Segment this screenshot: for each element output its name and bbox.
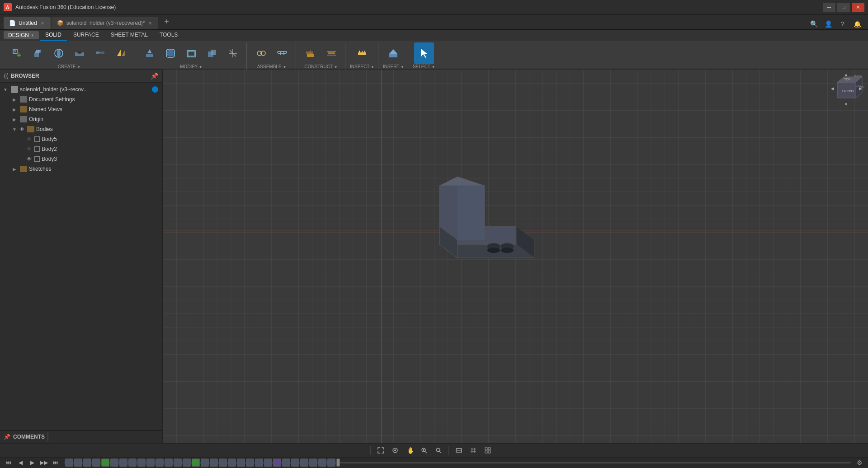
collapse-browser-icon[interactable]: ⟨⟨ — [4, 72, 8, 80]
display-settings-button[interactable] — [453, 445, 465, 456]
timeline-step-5[interactable] — [101, 459, 109, 467]
press-pull-button[interactable] — [140, 42, 160, 64]
timeline-step-14[interactable] — [183, 459, 191, 467]
timeline-step-3[interactable] — [83, 459, 91, 467]
expand-sketches[interactable]: ▶ — [11, 165, 18, 173]
timeline-step-25[interactable] — [282, 459, 290, 467]
eye-body3[interactable]: 👁 — [25, 155, 33, 163]
shell-button[interactable] — [181, 42, 201, 64]
zoom-button[interactable] — [418, 445, 430, 456]
timeline-step-11[interactable] — [156, 459, 164, 467]
eye-body5[interactable]: 👁 — [25, 136, 33, 143]
timeline-step-27[interactable] — [300, 459, 308, 467]
tree-expand-root[interactable]: ▼ — [2, 86, 9, 93]
timeline-track[interactable] — [64, 462, 851, 463]
timeline-step-15[interactable] — [192, 459, 200, 467]
timeline-step-20[interactable] — [237, 459, 245, 467]
timeline-prev-button[interactable]: ◀ — [15, 458, 25, 467]
viewports-button[interactable] — [481, 445, 494, 456]
insert-button[interactable] — [383, 42, 403, 64]
revolve-button[interactable] — [49, 42, 69, 64]
timeline-last-button[interactable]: ⏭ — [51, 458, 61, 467]
mirror-button[interactable] — [111, 42, 131, 64]
tree-item-sketches[interactable]: ▶ Sketches — [0, 164, 162, 174]
timeline-step-18[interactable] — [219, 459, 227, 467]
offset-plane-button[interactable] — [301, 42, 321, 64]
motion-link-button[interactable] — [272, 42, 292, 64]
new-tab-button[interactable]: + — [161, 17, 172, 28]
timeline-step-9[interactable] — [137, 459, 146, 467]
tree-item-origin[interactable]: ▶ Origin — [0, 114, 162, 124]
help-button[interactable]: ? — [837, 19, 848, 29]
pan-button[interactable]: ✋ — [403, 445, 416, 456]
timeline-step-29[interactable] — [318, 459, 326, 467]
browser-pin-icon[interactable]: 📌 — [151, 72, 158, 80]
ribbon-tab-sheet-metal[interactable]: SHEET METAL — [105, 30, 153, 41]
eye-bodies[interactable]: 👁 — [18, 126, 25, 133]
timeline-first-button[interactable]: ⏮ — [4, 458, 14, 467]
zoom-window-button[interactable] — [432, 445, 445, 456]
close-button[interactable]: ✕ — [852, 3, 864, 12]
ribbon-tab-tools[interactable]: TOOLS — [154, 30, 183, 41]
expand-named-views[interactable]: ▶ — [11, 106, 18, 113]
timeline-step-1[interactable] — [65, 459, 73, 467]
tab-solenoid[interactable]: 📦 solenoid_holder (v3~recovered)* ✕ — [52, 17, 159, 29]
tree-root-item[interactable]: ▼ solenoid_holder (v3~recov... — [0, 84, 162, 94]
tree-item-body5[interactable]: ▶ 👁 Body5 — [0, 134, 162, 144]
timeline-step-26[interactable] — [291, 459, 299, 467]
timeline-step-7[interactable] — [119, 459, 127, 467]
comments-pin-icon[interactable]: 📌 — [4, 434, 10, 440]
restore-button[interactable]: □ — [837, 3, 850, 12]
timeline-step-end[interactable] — [336, 459, 340, 467]
search-online-button[interactable]: 🔍 — [808, 19, 819, 29]
eye-body2[interactable]: 👁 — [25, 145, 33, 153]
rectangular-pattern-button[interactable] — [90, 42, 110, 64]
viewcube[interactable]: FRONT RIGHT TOP ▼ ◀ ▶ ▲ BACK — [828, 73, 864, 109]
expand-bodies[interactable]: ▼ — [11, 126, 18, 133]
notifications-button[interactable]: 🔔 — [852, 19, 863, 29]
ribbon-tab-surface[interactable]: SURFACE — [68, 30, 104, 41]
grid-visibility-button[interactable] — [467, 445, 480, 456]
hole-button[interactable] — [70, 42, 90, 64]
select-button[interactable] — [414, 42, 434, 64]
timeline-step-22[interactable] — [255, 459, 263, 467]
timeline-step-21[interactable] — [246, 459, 254, 467]
timeline-step-23[interactable] — [264, 459, 272, 467]
checkbox-body3[interactable] — [34, 156, 40, 162]
timeline-step-12[interactable] — [165, 459, 173, 467]
new-component-button[interactable] — [7, 42, 27, 64]
extrude-button[interactable] — [28, 42, 48, 64]
tab-close-solenoid[interactable]: ✕ — [147, 21, 153, 26]
account-button[interactable]: 👤 — [823, 19, 834, 29]
combine-button[interactable] — [202, 42, 222, 64]
tree-item-body2[interactable]: ▶ 👁 Body2 — [0, 144, 162, 154]
fit-to-screen-button[interactable] — [374, 445, 387, 456]
minimize-button[interactable]: ─ — [823, 3, 835, 12]
timeline-next-button[interactable]: ▶▶ — [39, 458, 49, 467]
checkbox-body2[interactable] — [34, 146, 40, 152]
timeline-step-28[interactable] — [309, 459, 317, 467]
orbit-button[interactable] — [389, 445, 401, 456]
expand-origin[interactable]: ▶ — [11, 116, 18, 123]
joint-button[interactable] — [251, 42, 271, 64]
timeline-step-6[interactable] — [110, 459, 118, 467]
timeline-step-17[interactable] — [210, 459, 218, 467]
tree-item-body3[interactable]: ▶ 👁 Body3 — [0, 154, 162, 164]
timeline-step-19[interactable] — [228, 459, 236, 467]
timeline-settings-button[interactable]: ⚙ — [854, 458, 864, 467]
tree-item-named-views[interactable]: ▶ Named Views — [0, 104, 162, 114]
tab-close-untitled[interactable]: ✕ — [40, 21, 45, 26]
measure-button[interactable] — [352, 42, 372, 64]
timeline-step-16[interactable] — [201, 459, 209, 467]
timeline-step-8[interactable] — [128, 459, 137, 467]
timeline-step-2[interactable] — [74, 459, 82, 467]
timeline-step-24[interactable] — [273, 459, 281, 467]
timeline-step-30[interactable] — [327, 459, 335, 467]
midplane-button[interactable] — [321, 42, 341, 64]
scale-button[interactable] — [223, 42, 243, 64]
design-dropdown[interactable]: DESIGN ▼ — [4, 31, 39, 39]
tree-item-bodies[interactable]: ▼ 👁 Bodies — [0, 124, 162, 134]
timeline-step-10[interactable] — [146, 459, 155, 467]
expand-doc-settings[interactable]: ▶ — [11, 96, 18, 103]
timeline-step-4[interactable] — [92, 459, 100, 467]
